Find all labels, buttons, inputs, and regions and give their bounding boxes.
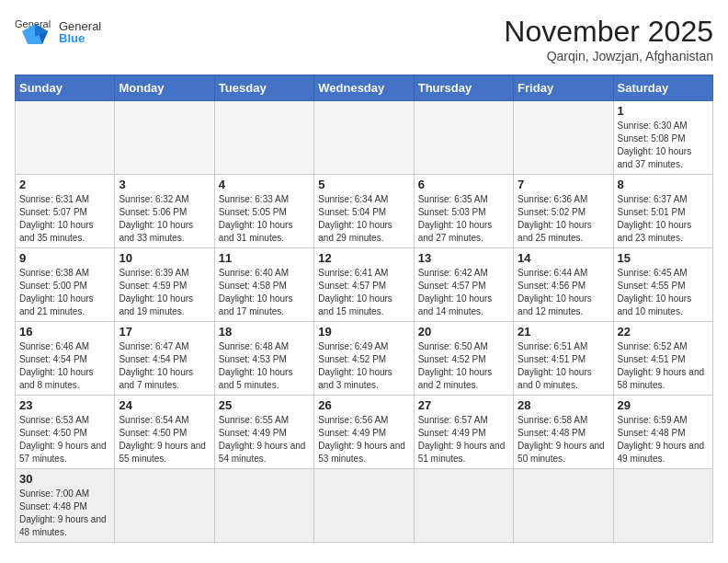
day-info: Sunrise: 6:56 AM Sunset: 4:49 PM Dayligh… bbox=[318, 414, 409, 465]
day-number: 26 bbox=[318, 398, 409, 412]
day-number: 21 bbox=[518, 325, 609, 339]
calendar-day-cell: 24Sunrise: 6:54 AM Sunset: 4:50 PM Dayli… bbox=[115, 396, 214, 469]
calendar-day-cell bbox=[214, 469, 313, 543]
calendar-day-cell: 25Sunrise: 6:55 AM Sunset: 4:49 PM Dayli… bbox=[214, 396, 313, 469]
day-info: Sunrise: 6:59 AM Sunset: 4:48 PM Dayligh… bbox=[618, 414, 709, 465]
day-number: 18 bbox=[219, 325, 310, 339]
day-info: Sunrise: 6:52 AM Sunset: 4:51 PM Dayligh… bbox=[618, 340, 709, 392]
day-info: Sunrise: 6:47 AM Sunset: 4:54 PM Dayligh… bbox=[119, 340, 210, 392]
calendar-day-cell: 8Sunrise: 6:37 AM Sunset: 5:01 PM Daylig… bbox=[613, 175, 712, 248]
day-number: 17 bbox=[119, 325, 210, 339]
calendar-day-cell bbox=[414, 101, 513, 175]
day-number: 13 bbox=[418, 251, 509, 265]
day-number: 8 bbox=[618, 178, 709, 191]
calendar-day-cell bbox=[115, 101, 214, 175]
day-info: Sunrise: 6:38 AM Sunset: 5:00 PM Dayligh… bbox=[19, 267, 110, 318]
logo: General General Blue bbox=[15, 15, 101, 48]
day-number: 29 bbox=[618, 398, 709, 412]
calendar-day-cell: 4Sunrise: 6:33 AM Sunset: 5:05 PM Daylig… bbox=[214, 175, 313, 248]
calendar-day-cell: 1Sunrise: 6:30 AM Sunset: 5:08 PM Daylig… bbox=[613, 101, 712, 175]
day-number: 25 bbox=[219, 398, 310, 412]
day-number: 14 bbox=[518, 251, 609, 265]
title-area: November 2025 Qarqin, Jowzjan, Afghanist… bbox=[504, 15, 713, 63]
calendar-day-cell: 19Sunrise: 6:49 AM Sunset: 4:52 PM Dayli… bbox=[314, 322, 414, 396]
day-number: 11 bbox=[219, 251, 310, 265]
calendar-day-cell: 13Sunrise: 6:42 AM Sunset: 4:57 PM Dayli… bbox=[414, 248, 513, 322]
calendar-week-row: 23Sunrise: 6:53 AM Sunset: 4:50 PM Dayli… bbox=[16, 396, 713, 469]
calendar-day-cell: 30Sunrise: 7:00 AM Sunset: 4:48 PM Dayli… bbox=[16, 469, 115, 543]
calendar-day-cell: 21Sunrise: 6:51 AM Sunset: 4:51 PM Dayli… bbox=[514, 322, 613, 396]
day-info: Sunrise: 6:48 AM Sunset: 4:53 PM Dayligh… bbox=[219, 340, 310, 392]
calendar-day-cell: 2Sunrise: 6:31 AM Sunset: 5:07 PM Daylig… bbox=[16, 175, 115, 248]
day-number: 24 bbox=[119, 398, 210, 412]
calendar-day-cell: 29Sunrise: 6:59 AM Sunset: 4:48 PM Dayli… bbox=[613, 396, 712, 469]
calendar-day-cell bbox=[314, 469, 414, 543]
day-number: 28 bbox=[518, 398, 609, 412]
calendar-header-row: SundayMondayTuesdayWednesdayThursdayFrid… bbox=[16, 75, 713, 101]
day-info: Sunrise: 6:41 AM Sunset: 4:57 PM Dayligh… bbox=[318, 267, 409, 318]
day-info: Sunrise: 6:50 AM Sunset: 4:52 PM Dayligh… bbox=[418, 340, 509, 392]
day-info: Sunrise: 6:51 AM Sunset: 4:51 PM Dayligh… bbox=[518, 340, 609, 392]
day-info: Sunrise: 6:31 AM Sunset: 5:07 PM Dayligh… bbox=[19, 193, 110, 245]
day-number: 1 bbox=[618, 104, 709, 118]
day-number: 30 bbox=[19, 472, 110, 486]
day-info: Sunrise: 6:37 AM Sunset: 5:01 PM Dayligh… bbox=[618, 193, 709, 245]
day-info: Sunrise: 6:32 AM Sunset: 5:06 PM Dayligh… bbox=[119, 193, 210, 245]
calendar-day-cell: 5Sunrise: 6:34 AM Sunset: 5:04 PM Daylig… bbox=[314, 175, 414, 248]
day-number: 7 bbox=[518, 178, 609, 191]
day-info: Sunrise: 6:45 AM Sunset: 4:55 PM Dayligh… bbox=[618, 267, 709, 318]
calendar-day-cell: 3Sunrise: 6:32 AM Sunset: 5:06 PM Daylig… bbox=[115, 175, 214, 248]
day-number: 27 bbox=[418, 398, 509, 412]
calendar-day-cell: 11Sunrise: 6:40 AM Sunset: 4:58 PM Dayli… bbox=[214, 248, 313, 322]
calendar-day-cell: 16Sunrise: 6:46 AM Sunset: 4:54 PM Dayli… bbox=[16, 322, 115, 396]
day-number: 23 bbox=[19, 398, 110, 412]
calendar-day-cell: 14Sunrise: 6:44 AM Sunset: 4:56 PM Dayli… bbox=[514, 248, 613, 322]
calendar-header-friday: Friday bbox=[514, 75, 613, 101]
calendar-day-cell bbox=[414, 469, 513, 543]
day-number: 15 bbox=[618, 251, 709, 265]
calendar-day-cell bbox=[16, 101, 115, 175]
day-number: 22 bbox=[618, 325, 709, 339]
day-info: Sunrise: 6:33 AM Sunset: 5:05 PM Dayligh… bbox=[219, 193, 310, 245]
day-number: 16 bbox=[19, 325, 110, 339]
calendar-header-monday: Monday bbox=[115, 75, 214, 101]
calendar-week-row: 1Sunrise: 6:30 AM Sunset: 5:08 PM Daylig… bbox=[16, 101, 713, 175]
generalblue-logo-icon: General bbox=[15, 15, 55, 48]
calendar-day-cell: 23Sunrise: 6:53 AM Sunset: 4:50 PM Dayli… bbox=[16, 396, 115, 469]
calendar-day-cell: 18Sunrise: 6:48 AM Sunset: 4:53 PM Dayli… bbox=[214, 322, 313, 396]
day-info: Sunrise: 6:53 AM Sunset: 4:50 PM Dayligh… bbox=[19, 414, 110, 465]
day-number: 5 bbox=[318, 178, 409, 191]
calendar-day-cell bbox=[314, 101, 414, 175]
day-number: 4 bbox=[219, 178, 310, 191]
day-info: Sunrise: 6:34 AM Sunset: 5:04 PM Dayligh… bbox=[318, 193, 409, 245]
calendar-day-cell bbox=[115, 469, 214, 543]
calendar-day-cell bbox=[613, 469, 712, 543]
calendar-week-row: 16Sunrise: 6:46 AM Sunset: 4:54 PM Dayli… bbox=[16, 322, 713, 396]
calendar-day-cell: 9Sunrise: 6:38 AM Sunset: 5:00 PM Daylig… bbox=[16, 248, 115, 322]
day-info: Sunrise: 7:00 AM Sunset: 4:48 PM Dayligh… bbox=[19, 488, 110, 539]
day-number: 20 bbox=[418, 325, 509, 339]
day-info: Sunrise: 6:42 AM Sunset: 4:57 PM Dayligh… bbox=[418, 267, 509, 318]
calendar-day-cell: 17Sunrise: 6:47 AM Sunset: 4:54 PM Dayli… bbox=[115, 322, 214, 396]
calendar-day-cell: 6Sunrise: 6:35 AM Sunset: 5:03 PM Daylig… bbox=[414, 175, 513, 248]
day-info: Sunrise: 6:35 AM Sunset: 5:03 PM Dayligh… bbox=[418, 193, 509, 245]
calendar-week-row: 30Sunrise: 7:00 AM Sunset: 4:48 PM Dayli… bbox=[16, 469, 713, 543]
logo-blue-text: Blue bbox=[59, 32, 101, 44]
calendar-table: SundayMondayTuesdayWednesdayThursdayFrid… bbox=[15, 75, 713, 543]
calendar-day-cell: 15Sunrise: 6:45 AM Sunset: 4:55 PM Dayli… bbox=[613, 248, 712, 322]
calendar-header-sunday: Sunday bbox=[16, 75, 115, 101]
calendar-header-thursday: Thursday bbox=[414, 75, 513, 101]
day-info: Sunrise: 6:30 AM Sunset: 5:08 PM Dayligh… bbox=[618, 120, 709, 171]
month-title: November 2025 bbox=[504, 15, 713, 49]
calendar-day-cell: 26Sunrise: 6:56 AM Sunset: 4:49 PM Dayli… bbox=[314, 396, 414, 469]
calendar-day-cell: 20Sunrise: 6:50 AM Sunset: 4:52 PM Dayli… bbox=[414, 322, 513, 396]
day-info: Sunrise: 6:44 AM Sunset: 4:56 PM Dayligh… bbox=[518, 267, 609, 318]
day-number: 3 bbox=[119, 178, 210, 191]
logo-wrapper: General General Blue bbox=[15, 15, 101, 48]
calendar-header-wednesday: Wednesday bbox=[314, 75, 414, 101]
day-number: 12 bbox=[318, 251, 409, 265]
calendar-day-cell: 27Sunrise: 6:57 AM Sunset: 4:49 PM Dayli… bbox=[414, 396, 513, 469]
calendar-day-cell bbox=[514, 101, 613, 175]
day-number: 19 bbox=[318, 325, 409, 339]
day-info: Sunrise: 6:49 AM Sunset: 4:52 PM Dayligh… bbox=[318, 340, 409, 392]
